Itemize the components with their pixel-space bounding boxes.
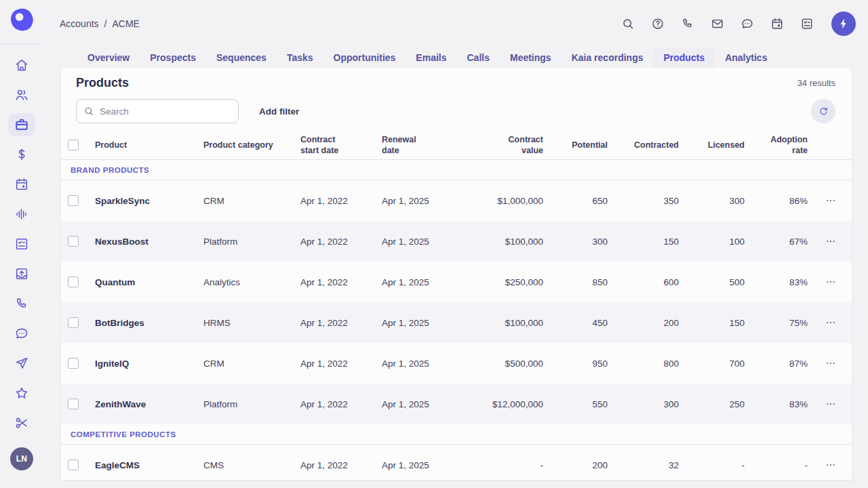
row-cell: Apr 1, 2025 (382, 277, 477, 287)
calendar-icon[interactable] (770, 17, 784, 30)
row-checkbox[interactable] (68, 399, 79, 409)
row-cell: $12,000,000 (477, 399, 545, 409)
add-filter-button[interactable]: Add filter (256, 102, 302, 121)
column-header-potential[interactable]: Potential (545, 140, 609, 150)
sidebar-item-calendar[interactable] (8, 173, 35, 196)
row-checkbox[interactable] (68, 460, 79, 470)
app-logo[interactable] (9, 0, 35, 43)
row-cell: 450 (545, 318, 609, 328)
row-cell: CRM (203, 196, 300, 206)
sidebar-item-snippets[interactable] (8, 411, 35, 434)
tab-meetings[interactable]: Meetings (500, 47, 561, 68)
chat-icon[interactable] (741, 17, 754, 30)
row-cell: Apr 1, 2022 (300, 460, 382, 470)
row-cell: 150 (609, 237, 680, 247)
row-cell: 500 (680, 277, 746, 287)
column-header-contracted[interactable]: Contracted (609, 140, 680, 150)
table-row[interactable]: SparkleSync CRM Apr 1, 2022 Apr 1, 2025 … (61, 180, 852, 221)
help-icon[interactable] (651, 17, 665, 30)
row-cell: 150 (680, 318, 746, 328)
table-row[interactable]: NexusBoost Platform Apr 1, 2022 Apr 1, 2… (61, 221, 852, 262)
table-row[interactable]: Quantum Analytics Apr 1, 2022 Apr 1, 202… (61, 262, 852, 302)
row-menu-button[interactable] (821, 313, 840, 332)
kebab-menu-icon (825, 236, 836, 247)
tab-analytics[interactable]: Analytics (715, 47, 777, 68)
row-checkbox[interactable] (68, 358, 79, 369)
phone-icon[interactable] (681, 17, 694, 30)
row-checkbox[interactable] (68, 317, 79, 328)
tab-calls[interactable]: Calls (457, 47, 500, 68)
tasks-icon[interactable] (800, 17, 814, 30)
tab-kaia-recordings[interactable]: Kaia recordings (561, 47, 654, 68)
breadcrumb: Accounts / ACME (60, 18, 140, 29)
row-menu-button[interactable] (821, 455, 840, 474)
main-area: Accounts / ACME Overview Prospects Seque… (43, 0, 868, 488)
sidebar-item-conversations[interactable] (8, 322, 35, 345)
row-cell: - (746, 460, 809, 470)
sidebar-item-prospects[interactable] (8, 83, 35, 106)
column-header-product[interactable]: Product (88, 140, 203, 150)
sidebar: LN (0, 0, 43, 488)
table-row[interactable]: ZenithWave Platform Apr 1, 2022 Apr 1, 2… (61, 384, 852, 424)
waveform-icon (14, 207, 29, 222)
row-menu-button[interactable] (821, 272, 840, 291)
quick-actions-button[interactable] (831, 12, 856, 36)
search-box[interactable] (76, 99, 239, 123)
toolbar: Add filter (61, 99, 852, 123)
row-menu-button[interactable] (821, 354, 840, 373)
breadcrumb-separator: / (104, 18, 107, 29)
tab-sequences[interactable]: Sequences (206, 47, 277, 68)
outreach-logo-icon (9, 7, 35, 33)
tab-prospects[interactable]: Prospects (140, 47, 206, 68)
column-header-adoption-rate[interactable]: Adoption rate (746, 134, 809, 156)
column-header-contract-value[interactable]: Contract value (477, 134, 545, 156)
breadcrumb-accounts-link[interactable]: Accounts (60, 18, 99, 29)
sidebar-item-kaia-recordings[interactable] (8, 203, 35, 226)
row-cell: Apr 1, 2022 (300, 359, 382, 369)
row-cell: CMS (203, 460, 300, 470)
row-cell: Apr 1, 2025 (382, 460, 477, 470)
table-row[interactable]: EagleCMS CMS Apr 1, 2022 Apr 1, 2025 - 2… (61, 445, 852, 480)
sidebar-item-sequences[interactable] (8, 352, 35, 375)
row-menu-button[interactable] (821, 232, 840, 251)
column-header-licensed[interactable]: Licensed (680, 140, 746, 150)
search-icon[interactable] (621, 17, 635, 30)
product-name: Quantum (88, 277, 203, 287)
column-header-contract-start-date[interactable]: Contract start date (300, 134, 382, 156)
phone-icon (14, 296, 29, 311)
tab-tasks[interactable]: Tasks (277, 47, 323, 68)
row-cell: - (680, 460, 746, 470)
row-cell: $250,000 (477, 277, 545, 287)
row-cell: 300 (680, 196, 746, 206)
row-menu-button[interactable] (821, 394, 840, 413)
row-menu-button[interactable] (821, 191, 840, 210)
group-label: COMPETITIVE PRODUCTS (71, 430, 176, 439)
row-cell: Apr 1, 2025 (382, 318, 477, 328)
tab-overview[interactable]: Overview (77, 47, 140, 68)
search-input[interactable] (100, 106, 231, 117)
row-checkbox[interactable] (68, 277, 79, 287)
tab-products[interactable]: Products (653, 47, 715, 68)
kebab-menu-icon (825, 399, 836, 409)
sidebar-item-home[interactable] (8, 54, 35, 77)
sidebar-item-opportunities[interactable] (8, 143, 35, 166)
sidebar-item-favorites[interactable] (8, 382, 35, 405)
select-all-checkbox[interactable] (68, 140, 79, 150)
refresh-button[interactable] (811, 99, 835, 123)
row-checkbox[interactable] (68, 195, 79, 206)
sidebar-item-accounts[interactable] (8, 113, 35, 136)
table-row[interactable]: IgniteIQ CRM Apr 1, 2022 Apr 1, 2025 $50… (61, 343, 852, 384)
sidebar-item-tasks[interactable] (8, 232, 35, 256)
column-header-renewal-date[interactable]: Renewal date (382, 134, 477, 156)
user-avatar[interactable]: LN (10, 447, 33, 470)
sidebar-item-calls[interactable] (8, 292, 35, 315)
mail-icon[interactable] (711, 17, 724, 30)
sidebar-item-outbox[interactable] (8, 262, 35, 285)
tab-opportunities[interactable]: Opportunities (323, 47, 406, 68)
chat-icon (14, 326, 29, 341)
row-checkbox[interactable] (68, 236, 79, 247)
table-row[interactable]: BotBridges HRMS Apr 1, 2022 Apr 1, 2025 … (61, 302, 852, 343)
tab-emails[interactable]: Emails (406, 47, 456, 68)
column-header-product-category[interactable]: Product category (203, 140, 300, 150)
row-cell: 300 (545, 237, 609, 247)
